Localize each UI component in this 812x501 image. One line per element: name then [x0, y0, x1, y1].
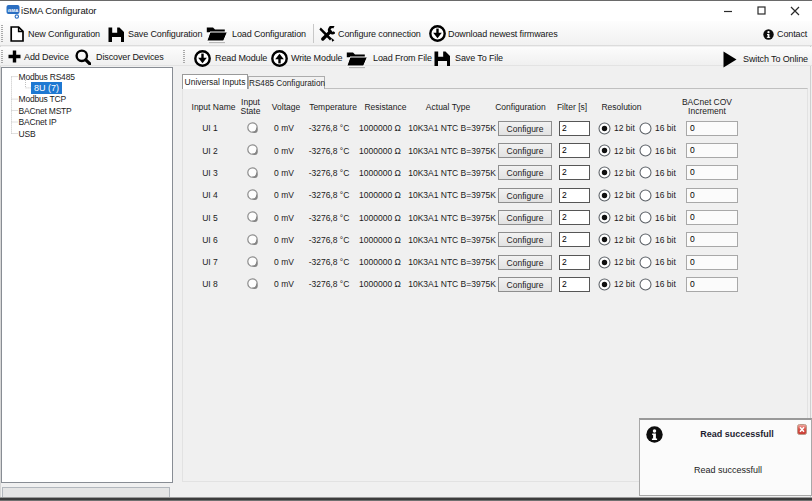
svg-text:iSMA: iSMA [8, 8, 19, 13]
